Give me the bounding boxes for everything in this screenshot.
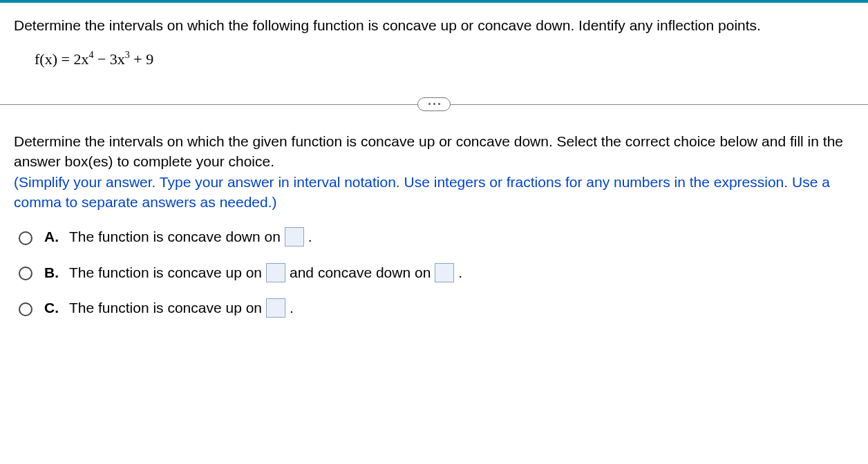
choices-group: A. The function is concave down on . B. … bbox=[14, 226, 854, 319]
choice-b-text1: The function is concave up on bbox=[69, 262, 262, 284]
choice-c-letter: C. bbox=[44, 300, 59, 316]
choice-b-input2[interactable] bbox=[435, 263, 454, 282]
formula-exp1: 4 bbox=[88, 50, 93, 60]
choice-b-period: . bbox=[458, 262, 462, 284]
choice-b: B. The function is concave up on and con… bbox=[15, 262, 854, 284]
instructions-text: Determine the intervals on which the giv… bbox=[14, 133, 843, 169]
answer-instructions: Determine the intervals on which the giv… bbox=[14, 131, 854, 213]
choice-c-text: The function is concave up on . bbox=[69, 297, 294, 319]
choice-b-text2: and concave down on bbox=[290, 262, 431, 284]
choice-a-letter: A. bbox=[44, 229, 59, 245]
choice-a-text1: The function is concave down on bbox=[69, 226, 281, 248]
formula-prefix: f(x) = 2x bbox=[35, 51, 88, 68]
radio-c[interactable] bbox=[19, 302, 32, 316]
choice-a-input[interactable] bbox=[285, 227, 304, 246]
instructions-hint: (Simplify your answer. Type your answer … bbox=[14, 174, 830, 210]
formula-suffix: + 9 bbox=[130, 51, 153, 68]
radio-a[interactable] bbox=[19, 231, 32, 245]
choice-c-period: . bbox=[290, 297, 294, 319]
choice-a-text: The function is concave down on . bbox=[69, 226, 312, 248]
choice-b-text: The function is concave up on and concav… bbox=[69, 262, 462, 284]
choice-c: C. The function is concave up on . bbox=[15, 297, 854, 319]
dots-icon bbox=[433, 103, 435, 105]
section-divider bbox=[14, 97, 854, 112]
dots-icon bbox=[438, 103, 440, 105]
choice-c-input[interactable] bbox=[266, 298, 285, 318]
formula-exp2: 3 bbox=[125, 50, 130, 60]
dots-icon bbox=[428, 103, 431, 105]
function-formula: f(x) = 2x4 − 3x3 + 9 bbox=[14, 50, 854, 68]
radio-b[interactable] bbox=[19, 267, 32, 280]
question-content: Determine the intervals on which the fol… bbox=[0, 3, 868, 347]
choice-b-letter: B. bbox=[44, 264, 59, 281]
choice-b-input1[interactable] bbox=[266, 263, 285, 282]
formula-mid: − 3x bbox=[93, 51, 124, 68]
choice-a-period: . bbox=[308, 226, 312, 248]
expand-button[interactable] bbox=[417, 97, 451, 111]
choice-a: A. The function is concave down on . bbox=[15, 226, 854, 248]
choice-c-text1: The function is concave up on bbox=[69, 297, 262, 319]
question-prompt: Determine the intervals on which the fol… bbox=[14, 15, 854, 35]
